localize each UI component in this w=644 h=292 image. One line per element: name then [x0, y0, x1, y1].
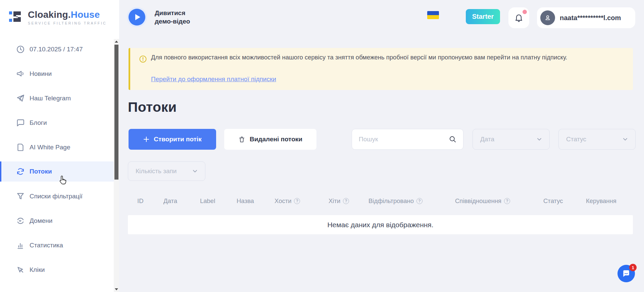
sidebar-item-filter-lists[interactable]: Списки фільтрації	[0, 184, 114, 208]
empty-state-message: Немає даних для відображення.	[327, 221, 433, 229]
user-email: naata**********l.com	[560, 14, 621, 22]
brand-logo[interactable]: Cloaking.House SERVICE FILTERING TRAFFIC	[8, 9, 107, 26]
upgrade-subscription-link[interactable]: Перейти до оформлення платної підписки	[151, 76, 276, 83]
chat-unread-badge: 1	[629, 264, 637, 271]
column-header-hosts: Хости?	[275, 197, 300, 205]
column-header-actions: Керування	[586, 197, 616, 205]
help-icon[interactable]: ?	[416, 198, 423, 204]
app-window: Cloaking.House SERVICE FILTERING TRAFFIC…	[0, 0, 644, 292]
rows-count-dropdown[interactable]: Кількість запи	[128, 161, 205, 181]
sidebar-nav: 07.10.2025 / 17:47 Новини Наш Telegram Б…	[0, 37, 114, 282]
support-chat-button[interactable]: 1	[617, 265, 635, 282]
demo-video-play-button[interactable]	[129, 9, 145, 26]
scrollbar-thumb[interactable]	[114, 45, 118, 180]
trial-warning-banner: Для повного використання всіх можливосте…	[129, 48, 633, 90]
user-avatar	[540, 10, 555, 25]
sidebar-item-label: Домени	[30, 217, 52, 225]
chat-widget-icon	[622, 269, 631, 278]
page-title: Потоки	[128, 99, 177, 115]
streams-table-header: ID Дата Label Назва Хости? Хіти? Відфіль…	[128, 193, 633, 210]
table-empty-state: Немає даних для відображення.	[128, 215, 633, 234]
bell-icon	[514, 13, 524, 22]
funnel-icon	[16, 192, 25, 201]
column-header-id: ID	[137, 197, 144, 205]
sidebar-item-label: Новини	[30, 70, 52, 78]
sidebar-item-statistics[interactable]: Статистика	[0, 233, 114, 257]
column-header-hits: Хіти?	[329, 197, 349, 205]
sidebar-item-datetime[interactable]: 07.10.2025 / 17:47	[0, 37, 114, 61]
cursor-click-icon	[16, 265, 25, 274]
bar-chart-icon	[16, 241, 25, 250]
sidebar-item-label: Потоки	[30, 168, 52, 175]
sidebar-item-label: Наш Telegram	[30, 95, 71, 102]
sidebar-item-blogs[interactable]: Блоги	[0, 110, 114, 135]
status-filter-dropdown[interactable]: Статус	[558, 129, 636, 150]
chevron-down-icon	[536, 136, 543, 143]
brand-logo-icon	[8, 9, 23, 26]
date-filter-dropdown[interactable]: Дата	[473, 129, 550, 150]
clock-icon	[16, 45, 25, 54]
brand-tagline: SERVICE FILTERING TRAFFIC	[28, 21, 107, 25]
sidebar-item-label: Списки фільтрації	[30, 193, 83, 200]
play-icon	[135, 14, 140, 20]
person-icon	[544, 14, 552, 22]
help-icon[interactable]: ?	[343, 198, 349, 204]
sidebar-item-label: Блоги	[30, 119, 47, 127]
notifications-button[interactable]	[508, 7, 529, 28]
column-header-filtered: Відфільтровано?	[368, 197, 423, 205]
sidebar-item-ai-white-page[interactable]: AI White Page	[0, 135, 114, 159]
user-account-button[interactable]: naata**********l.com	[537, 7, 635, 28]
sidebar-item-label: 07.10.2025 / 17:47	[30, 46, 83, 53]
brand-name-primary: Cloaking.	[28, 9, 71, 20]
main-content: Дивитися демо-відео Starter naata*******…	[119, 0, 644, 292]
column-header-label: Label	[200, 197, 215, 205]
sidebar-item-clicks[interactable]: Кліки	[0, 257, 114, 282]
search-box	[352, 129, 463, 150]
plan-badge[interactable]: Starter	[466, 9, 500, 24]
sidebar-item-telegram[interactable]: Наш Telegram	[0, 86, 114, 110]
page-icon	[16, 143, 25, 152]
sidebar: Cloaking.House SERVICE FILTERING TRAFFIC…	[0, 0, 119, 292]
banner-message: Для повного використання всіх можливосте…	[151, 53, 621, 62]
chevron-down-icon	[622, 136, 629, 143]
column-header-status: Статус	[543, 197, 563, 205]
help-icon[interactable]: ?	[294, 198, 300, 204]
plus-icon	[143, 136, 150, 143]
sidebar-item-news[interactable]: Новини	[0, 61, 114, 86]
sidebar-item-streams[interactable]: Потоки	[0, 161, 114, 182]
search-icon[interactable]	[448, 135, 457, 144]
scroll-up-arrow-icon[interactable]	[114, 39, 119, 44]
megaphone-icon	[16, 69, 25, 78]
chevron-down-icon	[192, 168, 198, 175]
demo-video-label[interactable]: Дивитися демо-відео	[155, 9, 190, 26]
column-header-name: Назва	[237, 197, 254, 205]
trash-icon	[238, 136, 245, 143]
sidebar-item-label: Кліки	[30, 266, 45, 274]
telegram-icon	[16, 94, 25, 103]
notification-dot	[523, 10, 527, 14]
chat-bubble-icon	[16, 118, 25, 127]
sidebar-item-label: AI White Page	[30, 144, 70, 151]
brand-name-secondary: House	[71, 9, 100, 20]
scroll-down-arrow-icon[interactable]	[114, 287, 119, 292]
warning-icon	[139, 55, 147, 63]
sync-icon	[16, 167, 25, 176]
globe-www-icon	[16, 216, 25, 225]
create-stream-button[interactable]: Створити потік	[129, 129, 216, 150]
language-switcher-ukraine-flag-icon[interactable]	[427, 11, 439, 19]
deleted-streams-button[interactable]: Видалені потоки	[224, 129, 316, 150]
search-input[interactable]	[352, 129, 463, 149]
help-icon[interactable]: ?	[504, 198, 510, 204]
sidebar-scrollbar[interactable]	[114, 39, 119, 292]
sidebar-item-domains[interactable]: Домени	[0, 208, 114, 233]
sidebar-item-label: Статистика	[30, 242, 63, 249]
column-header-ratio: Співвідношення?	[455, 197, 510, 205]
column-header-date: Дата	[163, 197, 177, 205]
